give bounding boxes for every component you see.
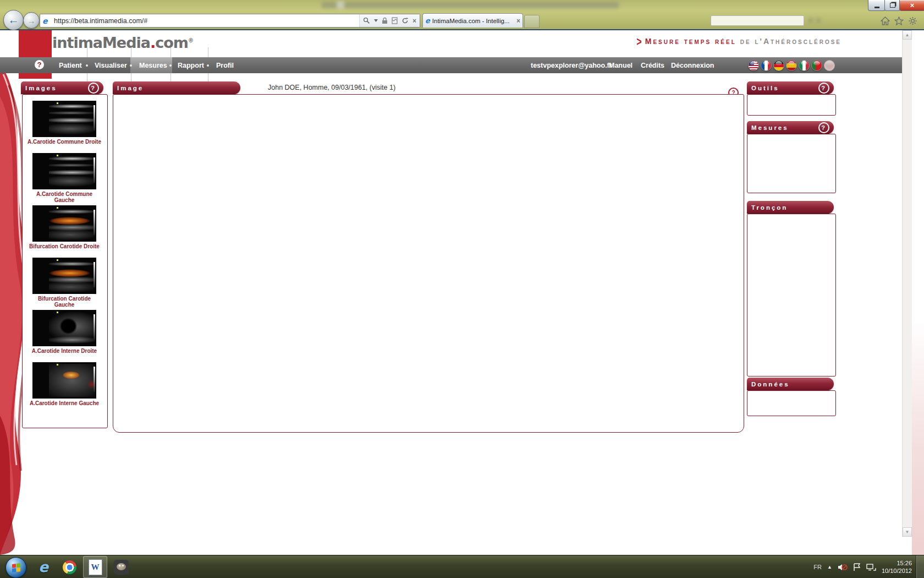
favorites-star-icon[interactable] <box>894 17 904 25</box>
flag-portuguese-icon[interactable] <box>811 60 822 71</box>
system-tray: FR ▲ 15:26 10/10/2012 <box>813 555 912 578</box>
tagline-space <box>736 37 740 46</box>
nav-help-icon[interactable]: ? <box>35 60 44 69</box>
nav-item-profil[interactable]: Profil <box>216 57 234 73</box>
images-help-icon[interactable]: ? <box>88 83 99 94</box>
stop-icon[interactable]: × <box>413 17 416 25</box>
screen: × ← → e https://beta.intimamedia.com/# ×… <box>0 0 924 578</box>
settings-gear-icon[interactable] <box>908 17 917 25</box>
troncon-panel-body <box>747 214 836 377</box>
main-navigation-bar: ? Patient Visualiser Mesures Rapport Pro… <box>0 57 924 73</box>
window-minimize-button[interactable] <box>868 0 886 11</box>
site-logo[interactable]: intimaMedia.com® <box>52 34 194 51</box>
flag-german-icon[interactable] <box>773 60 784 71</box>
home-icon[interactable] <box>881 17 890 25</box>
window-restore-button[interactable] <box>884 0 900 11</box>
minimize-icon <box>875 7 879 8</box>
vertical-scrollbar[interactable]: ▲ ▼ <box>902 30 912 537</box>
flag-english-icon[interactable] <box>748 60 759 71</box>
taskbar-word-icon[interactable]: W <box>83 556 107 578</box>
mesures-panel-title: Mesures <box>751 124 818 131</box>
thumbnail-carotide-commune-gauche[interactable]: A.Carotide Commune Gauche <box>28 153 101 203</box>
nav-divider-tick <box>170 47 171 57</box>
back-arrow-icon: ← <box>8 14 19 26</box>
nav-separator-dot <box>207 64 209 67</box>
taskbar-gimp-icon[interactable] <box>109 556 133 578</box>
troncon-panel-header: Tronçon <box>747 201 834 214</box>
show-desktop-button[interactable] <box>916 555 924 578</box>
window-close-button[interactable]: × <box>899 0 924 11</box>
tab-close-icon[interactable]: × <box>516 17 520 25</box>
refresh-icon[interactable] <box>402 17 409 24</box>
url-text[interactable]: https://beta.intimamedia.com/# <box>54 17 359 25</box>
thumbnail-image <box>32 258 96 294</box>
language-flags <box>748 60 835 71</box>
address-bar-icons: × <box>359 14 420 27</box>
scroll-up-button[interactable]: ▲ <box>903 30 912 40</box>
new-tab-button[interactable] <box>524 15 540 28</box>
word-icon: W <box>89 559 102 575</box>
thumbnail-label: A.Carotide Commune Gauche <box>28 191 101 203</box>
mesures-panel-body <box>747 134 836 193</box>
flag-spanish-icon[interactable] <box>786 60 797 71</box>
tagline-gray: de l'Athérosclérose <box>740 37 842 46</box>
flag-italian-icon[interactable] <box>799 60 810 71</box>
address-bar[interactable]: e https://beta.intimamedia.com/# × <box>40 14 420 28</box>
nav-link-manuel[interactable]: Manuel <box>609 57 632 73</box>
taskbar-ie-icon[interactable]: e <box>31 556 56 578</box>
thumbnail-bifurcation-gauche[interactable]: Bifurcation Carotide Gauche <box>28 258 101 308</box>
browser-forward-button[interactable]: → <box>23 12 40 29</box>
browser-command-icons <box>881 17 917 25</box>
outils-panel-title: Outils <box>751 85 818 91</box>
compatibility-view-icon[interactable] <box>392 17 398 24</box>
keyboard-language-indicator[interactable]: FR <box>813 564 822 570</box>
flag-french-icon[interactable] <box>761 60 772 71</box>
outils-help-icon[interactable]: ? <box>818 83 829 94</box>
chrome-icon <box>63 560 76 574</box>
donnees-panel-header: Données <box>747 378 834 390</box>
gimp-icon <box>114 560 129 575</box>
network-icon[interactable] <box>866 563 876 571</box>
nav-separator-dot <box>86 64 88 67</box>
thumbnail-carotide-commune-droite[interactable]: A.Carotide Commune Droite <box>28 101 101 145</box>
scroll-down-button[interactable]: ▼ <box>903 527 912 537</box>
nav-divider-tick <box>131 47 131 57</box>
search-icon[interactable] <box>363 17 370 24</box>
logo-registered-mark: ® <box>188 37 194 43</box>
security-lock-icon[interactable] <box>382 17 388 24</box>
search-dropdown-icon[interactable] <box>374 19 378 22</box>
nav-item-visualiser[interactable]: Visualiser <box>95 57 127 73</box>
tagline-red: Mesure temps réel <box>645 37 736 46</box>
hidden-icons-icon[interactable]: ▲ <box>827 564 832 570</box>
browser-back-button[interactable]: ← <box>3 10 24 30</box>
thumbnail-carotide-interne-gauche[interactable]: A.Carotide Interne Gauche <box>28 362 101 406</box>
close-icon: × <box>910 1 915 9</box>
mesures-help-icon[interactable]: ? <box>818 122 829 133</box>
images-panel-title: Images <box>25 85 88 91</box>
taskbar-chrome-icon[interactable] <box>57 556 81 578</box>
thumbnail-carotide-interne-droite[interactable]: A.Carotide Interne Droite <box>28 310 101 354</box>
image-panel-title: Image <box>117 85 236 91</box>
nav-link-deconnexion[interactable]: Déconnexion <box>671 57 714 73</box>
background-search-box <box>711 15 804 26</box>
user-email[interactable]: testvpexplorer@yahoo.fr <box>531 57 612 73</box>
donnees-panel-body <box>747 390 836 416</box>
browser-tab[interactable]: e IntimaMedia.com - Intellig... × <box>422 13 523 28</box>
thumbnail-bifurcation-droite[interactable]: Bifurcation Carotide Droite <box>28 205 101 249</box>
nav-item-mesures[interactable]: Mesures <box>139 57 167 73</box>
volume-muted-icon[interactable] <box>838 563 848 571</box>
site-tagline: >Mesure temps réel de l'Athérosclérose <box>637 37 842 46</box>
tray-date: 10/10/2012 <box>882 567 912 575</box>
nav-item-patient[interactable]: Patient <box>59 57 82 73</box>
taskbar-clock[interactable]: 15:26 10/10/2012 <box>882 559 912 575</box>
thumbnail-image <box>32 153 96 189</box>
thumbnail-image <box>32 362 96 399</box>
tab-title: IntimaMedia.com - Intellig... <box>432 18 516 24</box>
start-button[interactable] <box>6 557 26 578</box>
nav-item-rapport[interactable]: Rapport <box>178 57 204 73</box>
thumbnail-image <box>32 101 96 137</box>
thumbnail-label: A.Carotide Interne Gauche <box>28 400 101 406</box>
nav-link-credits[interactable]: Crédits <box>641 57 664 73</box>
action-center-flag-icon[interactable] <box>853 563 861 571</box>
thumbnail-image <box>32 310 96 346</box>
